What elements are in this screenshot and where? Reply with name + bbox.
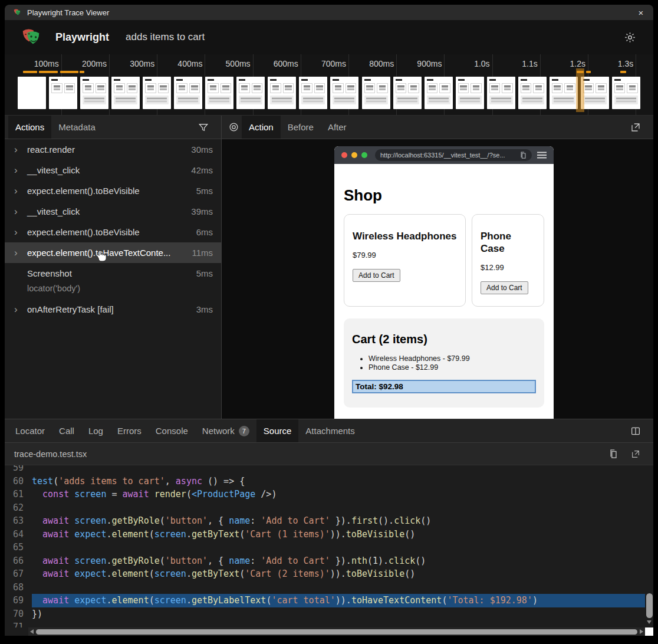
code-token: render	[154, 489, 186, 500]
thumb-product-card	[252, 83, 263, 93]
thumb-product-card	[283, 83, 294, 93]
browser-menu-icon[interactable]	[537, 152, 547, 159]
action-list-item[interactable]: ›__vitest_click39ms	[5, 201, 221, 222]
tab-locator[interactable]: Locator	[8, 419, 52, 442]
chevron-right-icon[interactable]: ›	[14, 206, 27, 218]
action-list-item[interactable]: ›expect.element().toBeVisible6ms	[5, 222, 221, 242]
tab-errors[interactable]: Errors	[110, 419, 149, 442]
tab-before[interactable]: Before	[281, 116, 321, 139]
code-line-65[interactable]: 65	[5, 541, 645, 554]
thumb-line	[209, 98, 229, 99]
source-code-viewer[interactable]: 5960test('adds items to cart', async () …	[5, 465, 653, 636]
tab-call[interactable]: Call	[52, 419, 81, 442]
tab-attachments[interactable]: Attachments	[298, 419, 361, 442]
add-to-cart-button[interactable]: Add to Cart	[481, 281, 528, 294]
pick-locator-icon[interactable]	[225, 119, 242, 136]
action-list-item[interactable]: ›expect.element().toBeVisible5ms	[5, 180, 221, 201]
code-line-66[interactable]: 66 await screen.getByRole('button', { na…	[5, 554, 645, 568]
scroll-down-arrow-icon[interactable]	[647, 620, 652, 624]
filter-icon[interactable]	[195, 119, 212, 136]
code-token	[69, 595, 74, 606]
filmstrip-thumbnail-6[interactable]	[174, 77, 202, 109]
filmstrip-thumbnail-11[interactable]	[330, 77, 358, 109]
open-snapshot-external-link-icon[interactable]	[627, 119, 644, 136]
thumb-line	[429, 86, 436, 87]
filmstrip-thumbnail-13[interactable]	[393, 77, 422, 109]
code-line-68[interactable]: 68	[5, 581, 645, 594]
filmstrip-thumbnail-4[interactable]	[111, 77, 140, 109]
thumb-product-card	[502, 83, 513, 93]
filmstrip[interactable]	[18, 77, 640, 110]
filmstrip-thumbnail-12[interactable]	[362, 77, 390, 109]
thumb-product-card	[458, 83, 469, 93]
tab-metadata[interactable]: Metadata	[51, 116, 103, 139]
source-filebar: trace-demo.test.tsx	[5, 443, 653, 465]
filmstrip-thumbnail-3[interactable]	[80, 77, 108, 109]
copy-url-icon[interactable]	[520, 152, 527, 159]
filmstrip-thumbnail-5[interactable]	[143, 77, 171, 109]
chevron-right-icon[interactable]: ›	[14, 165, 27, 176]
tab-log[interactable]: Log	[81, 419, 110, 442]
thumb-cart-box	[396, 96, 419, 104]
filmstrip-thumbnail-17[interactable]	[518, 77, 547, 109]
chevron-right-icon[interactable]: ›	[14, 247, 27, 259]
filmstrip-thumbnail-9[interactable]	[268, 77, 296, 109]
chevron-right-icon[interactable]: ›	[14, 226, 27, 238]
code-line-61[interactable]: 61 const screen = await render(<ProductP…	[5, 488, 645, 501]
filmstrip-thumbnail-15[interactable]	[456, 77, 484, 109]
close-icon[interactable]: ×	[636, 8, 646, 18]
open-source-external-link-icon[interactable]	[627, 446, 644, 462]
filmstrip-thumbnail-2[interactable]	[49, 77, 77, 109]
tab-console[interactable]: Console	[149, 419, 195, 442]
timeline[interactable]: 100ms200ms300ms400ms500ms600ms700ms800ms…	[5, 54, 653, 116]
code-line-63[interactable]: 63 await screen.getByRole('button', { na…	[5, 514, 645, 528]
action-list-item[interactable]: Screenshot5ms	[5, 263, 221, 284]
filmstrip-thumbnail-19[interactable]	[581, 77, 609, 109]
tab-source[interactable]: Source	[256, 419, 299, 442]
horizontal-scrollbar-thumb[interactable]	[36, 629, 637, 635]
filmstrip-thumbnail-16[interactable]	[487, 77, 515, 109]
filmstrip-thumbnail-8[interactable]	[236, 77, 265, 109]
code-line-69[interactable]: 69 await expect.element(screen.getByLabe…	[5, 594, 645, 607]
scroll-left-arrow-icon[interactable]	[30, 629, 34, 634]
add-to-cart-button[interactable]: Add to Cart	[353, 269, 400, 282]
thumb-line	[491, 86, 498, 87]
tab-action[interactable]: Action	[242, 116, 281, 139]
chevron-right-icon[interactable]: ›	[14, 144, 27, 156]
filmstrip-thumbnail-7[interactable]	[205, 77, 233, 109]
split-columns-icon[interactable]	[627, 423, 644, 439]
code-line-71[interactable]: 71	[5, 620, 645, 627]
thumb-line	[567, 87, 574, 88]
chevron-right-icon[interactable]: ›	[14, 185, 27, 197]
vertical-scrollbar[interactable]	[645, 465, 653, 627]
code-token: (	[160, 515, 165, 526]
code-line-59[interactable]: 59	[5, 465, 645, 475]
action-list-item[interactable]: ›__vitest_click42ms	[5, 160, 221, 180]
gear-icon[interactable]	[621, 29, 638, 45]
filmstrip-thumbnail-20[interactable]	[612, 77, 640, 109]
code-line-60[interactable]: 60test('adds items to cart', async () =>…	[5, 475, 645, 488]
code-line-64[interactable]: 64 await expect.element(screen.getByText…	[5, 528, 645, 541]
code-line-62[interactable]: 62	[5, 501, 645, 515]
action-list-item[interactable]: ›expect.element().toHaveTextConte...11ms	[5, 242, 221, 263]
code-line-70[interactable]: 70})	[5, 607, 645, 621]
filmstrip-thumbnail-18[interactable]	[550, 77, 578, 109]
vertical-scrollbar-thumb[interactable]	[646, 593, 653, 618]
filmstrip-thumbnail-10[interactable]	[299, 77, 327, 109]
thumb-line	[598, 89, 605, 90]
action-list-item[interactable]: ›react.render30ms	[5, 139, 221, 160]
horizontal-scrollbar[interactable]	[28, 627, 645, 636]
tab-actions[interactable]: Actions	[8, 116, 51, 139]
action-list-item[interactable]: ›onAfterRetryTask [fail]3ms	[5, 299, 221, 320]
scroll-right-arrow-icon[interactable]	[640, 629, 643, 634]
code-line-67[interactable]: 67 await expect.element(screen.getByText…	[5, 567, 645, 581]
tab-network[interactable]: Network7	[195, 419, 256, 442]
thumb-line	[410, 89, 417, 90]
copy-source-icon[interactable]	[605, 446, 621, 462]
filmstrip-thumbnail-1[interactable]	[18, 77, 46, 109]
chevron-right-icon[interactable]: ›	[14, 304, 27, 316]
code-token: name	[229, 556, 250, 566]
filmstrip-thumbnail-14[interactable]	[425, 77, 453, 109]
tab-after[interactable]: After	[321, 116, 354, 139]
thumb-product-card	[439, 83, 450, 93]
